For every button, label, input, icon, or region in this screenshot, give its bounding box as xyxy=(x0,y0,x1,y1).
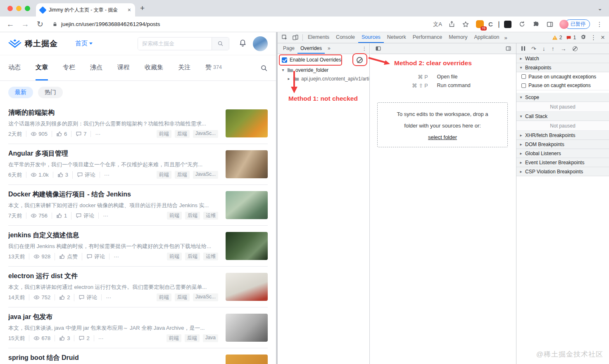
section-call-stack[interactable]: ▾Call Stack xyxy=(516,112,609,121)
article-comments[interactable]: 7 xyxy=(71,131,86,137)
pause-script-icon[interactable] xyxy=(521,46,525,51)
minimize-window-button[interactable] xyxy=(16,6,21,11)
settings-gear-icon[interactable] xyxy=(580,34,586,41)
tab-zhuanlan[interactable]: 专栏 xyxy=(63,55,75,80)
article-title[interactable]: jenkins 自定义描述信息 xyxy=(8,231,218,240)
tab-search-chevron-icon[interactable]: ⌄ xyxy=(597,5,602,12)
tag[interactable]: 运维 xyxy=(203,253,218,260)
tab-wenzhang[interactable]: 文章 xyxy=(36,55,48,80)
tag[interactable]: 前端 xyxy=(157,130,171,138)
extension-sync-icon[interactable] xyxy=(517,20,526,29)
device-toolbar-icon[interactable] xyxy=(290,32,301,43)
back-button[interactable]: ← xyxy=(5,20,16,29)
tag[interactable]: JavaSc... xyxy=(193,130,218,138)
pause-uncaught-option[interactable]: Pause on uncaught exceptions xyxy=(516,72,609,81)
tab-guanzhu[interactable]: 关注 xyxy=(178,55,190,80)
navigator-more-tabs-icon[interactable]: » xyxy=(325,43,333,54)
tab-memory[interactable]: Memory xyxy=(445,32,471,43)
extension-adblock-icon[interactable]: 76 xyxy=(475,20,484,29)
article-title[interactable]: electron 运行 dist 文件 xyxy=(8,272,218,281)
article-title[interactable]: 清晰的前端架构 xyxy=(8,109,218,117)
section-event-listener-breakpoints[interactable]: ▸Event Listener Breakpoints xyxy=(516,158,609,167)
pause-caught-checkbox[interactable] xyxy=(521,83,526,88)
tag[interactable]: 后端 xyxy=(175,293,190,301)
tab-zan[interactable]: 赞374 xyxy=(205,55,222,80)
tag[interactable]: 后端 xyxy=(175,130,190,138)
new-tab-button[interactable]: + xyxy=(140,4,145,13)
section-breakpoints[interactable]: ▾Breakpoints xyxy=(516,63,609,72)
tag[interactable]: 后端 xyxy=(185,212,200,220)
nav-home[interactable]: 首页 xyxy=(75,40,93,47)
section-watch[interactable]: ▸Watch xyxy=(516,54,609,63)
pause-uncaught-checkbox[interactable] xyxy=(521,74,526,79)
more-icon[interactable]: ··· xyxy=(94,335,104,341)
article-likes[interactable]: 3 xyxy=(55,335,70,341)
share-icon[interactable] xyxy=(447,20,456,29)
forward-button[interactable]: → xyxy=(20,20,31,29)
toggle-debugger-sidebar-icon[interactable] xyxy=(503,45,514,52)
article-title[interactable]: spring boot 结合 Druid xyxy=(8,354,218,362)
tag[interactable]: 前端 xyxy=(167,253,182,260)
section-dom-breakpoints[interactable]: ▸DOM Breakpoints xyxy=(516,140,609,149)
filter-hot[interactable]: 热门 xyxy=(38,87,63,98)
more-icon[interactable]: ··· xyxy=(90,131,100,137)
warnings-indicator[interactable]: 2 xyxy=(552,35,562,40)
tree-item-api-domain[interactable]: ▸ api.juejin.cn/content_api/v1/artic xyxy=(278,74,369,83)
profile-chip[interactable]: 已暂停 xyxy=(559,19,590,29)
close-devtools-icon[interactable]: × xyxy=(601,33,605,42)
browser-tab[interactable]: Jimmy 的个人主页 - 文章 - 掘金 × xyxy=(36,3,135,17)
pause-caught-option[interactable]: Pause on caught exceptions xyxy=(516,81,609,90)
more-icon[interactable]: ··· xyxy=(98,213,108,219)
article-likes[interactable]: 2 xyxy=(55,294,70,300)
article-item[interactable]: electron 运行 dist 文件 本文，我们来讲讲如何通过 electro… xyxy=(8,267,268,307)
deactivate-breakpoints-icon[interactable] xyxy=(573,46,578,51)
inspect-element-icon[interactable] xyxy=(279,32,290,43)
search-input[interactable] xyxy=(138,38,212,50)
reload-button[interactable]: ↻ xyxy=(35,19,45,29)
tag[interactable]: JavaSc... xyxy=(193,171,218,179)
article-item[interactable]: Angular 多项目管理 在平常的开发中，我们一个项目建立一个仓库，不仅维护起… xyxy=(8,144,268,185)
step-over-icon[interactable]: ↷ xyxy=(531,46,536,52)
site-search-box[interactable] xyxy=(138,37,229,50)
article-comments[interactable]: 评论 xyxy=(82,253,105,260)
address-bar[interactable]: juejin.cn/user/1996368846261294/posts xyxy=(52,21,429,27)
side-panel-icon[interactable] xyxy=(545,20,554,29)
tab-console[interactable]: Console xyxy=(333,32,358,43)
step-out-icon[interactable]: ↑ xyxy=(552,46,554,52)
article-likes[interactable]: 1 xyxy=(52,213,67,219)
article-title[interactable]: Angular 多项目管理 xyxy=(8,149,218,158)
user-avatar[interactable] xyxy=(253,36,268,51)
tag[interactable]: 运维 xyxy=(203,212,218,220)
bookmark-star-icon[interactable] xyxy=(461,20,470,29)
tab-performance[interactable]: Performance xyxy=(409,32,446,43)
article-item[interactable]: Docker 构建镜像运行项目 - 结合 Jenkins 本文，我们来讲解下如何… xyxy=(8,185,268,226)
article-item[interactable]: spring boot 结合 Druid 本文，我们来谈谈 spring boo… xyxy=(8,348,268,364)
tag[interactable]: 前端 xyxy=(157,293,171,301)
article-item[interactable]: jenkins 自定义描述信息 我们在使用 Jenkins 构建的时候，有时候需… xyxy=(8,226,268,267)
tab-elements[interactable]: Elements xyxy=(304,32,333,43)
article-likes[interactable]: 点赞 xyxy=(55,253,78,260)
tag[interactable]: 后端 xyxy=(185,334,200,342)
more-icon[interactable]: ··· xyxy=(100,172,109,178)
profile-search-icon[interactable] xyxy=(260,55,268,80)
article-title[interactable]: java jar 包发布 xyxy=(8,313,218,321)
tab-application[interactable]: Application xyxy=(471,32,502,43)
search-button[interactable] xyxy=(212,38,229,50)
tag[interactable]: Java xyxy=(203,334,218,342)
article-likes[interactable]: 6 xyxy=(52,131,67,137)
navigator-tab-overrides[interactable]: Overrides xyxy=(297,43,325,54)
step-icon[interactable]: → xyxy=(561,46,566,52)
more-icon[interactable]: ··· xyxy=(109,253,119,260)
tab-sources[interactable]: Sources xyxy=(358,32,384,43)
expand-triangle-icon[interactable]: ▾ xyxy=(281,68,285,72)
section-xhr-breakpoints[interactable]: ▸XHR/fetch Breakpoints xyxy=(516,131,609,140)
tab-feidian[interactable]: 沸点 xyxy=(90,55,102,80)
enable-overrides-checkbox[interactable] xyxy=(282,57,287,63)
close-tab-icon[interactable]: × xyxy=(128,7,131,13)
article-item[interactable]: 清晰的前端架构 这个话题将涉及到很多的原则：我们为什么需要前端架构？功能性和非功… xyxy=(8,103,268,144)
navigator-tab-page[interactable]: Page xyxy=(280,43,297,54)
tree-item-override-folder[interactable]: ▾ override_folder xyxy=(278,66,369,74)
extensions-puzzle-icon[interactable] xyxy=(531,20,540,29)
section-csp-violation-breakpoints[interactable]: ▸CSP Violation Breakpoints xyxy=(516,167,609,176)
article-title[interactable]: Docker 构建镜像运行项目 - 结合 Jenkins xyxy=(8,190,218,199)
